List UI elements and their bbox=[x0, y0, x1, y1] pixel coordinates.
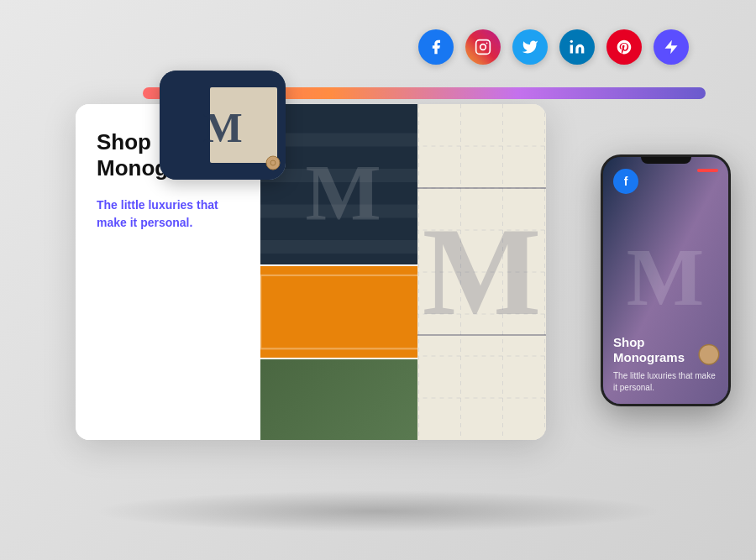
mobile-content: M f Shop Monograms The little luxuries t… bbox=[603, 157, 728, 404]
thumbnail-card: M bbox=[160, 71, 286, 180]
photo-collage: M bbox=[260, 104, 546, 440]
social-icons-bar bbox=[418, 29, 689, 65]
desktop-card: Shop Monograms The little luxuries that … bbox=[76, 104, 546, 440]
linkedin-icon[interactable] bbox=[559, 29, 595, 65]
card-right-panel: M bbox=[260, 104, 546, 440]
svg-text:M: M bbox=[627, 232, 705, 322]
svg-text:M: M bbox=[305, 149, 381, 238]
desktop-card-inner: Shop Monograms The little luxuries that … bbox=[76, 104, 546, 440]
pinterest-icon[interactable] bbox=[606, 29, 642, 65]
bolt-icon[interactable] bbox=[654, 29, 689, 65]
mobile-facebook-icon: f bbox=[613, 169, 638, 194]
instagram-icon[interactable] bbox=[465, 29, 501, 65]
facebook-icon[interactable] bbox=[418, 29, 454, 65]
svg-rect-0 bbox=[476, 40, 491, 55]
mobile-card-subtitle: The little luxuries that make it persona… bbox=[613, 370, 718, 394]
mobile-notch bbox=[641, 157, 691, 164]
svg-rect-16 bbox=[260, 266, 426, 358]
mobile-card: M f Shop Monograms The little luxuries t… bbox=[601, 154, 731, 406]
svg-text:M: M bbox=[202, 104, 242, 151]
thumbnail-inner: M bbox=[160, 71, 286, 180]
page-wrapper: M Shop Monograms The little luxuries tha… bbox=[0, 0, 756, 560]
svg-text:M: M bbox=[423, 201, 542, 341]
card-subtitle: The little luxuries that make it persona… bbox=[97, 196, 239, 232]
svg-marker-4 bbox=[665, 40, 678, 55]
twitter-icon[interactable] bbox=[512, 29, 548, 65]
svg-point-2 bbox=[486, 43, 488, 44]
card-shadow bbox=[92, 490, 664, 532]
mobile-card-title: Shop Monograms bbox=[613, 335, 718, 365]
main-content: M Shop Monograms The little luxuries tha… bbox=[76, 79, 680, 516]
svg-point-8 bbox=[266, 156, 280, 170]
mobile-red-bar bbox=[697, 169, 718, 172]
svg-point-3 bbox=[570, 40, 573, 43]
svg-point-1 bbox=[480, 44, 486, 50]
